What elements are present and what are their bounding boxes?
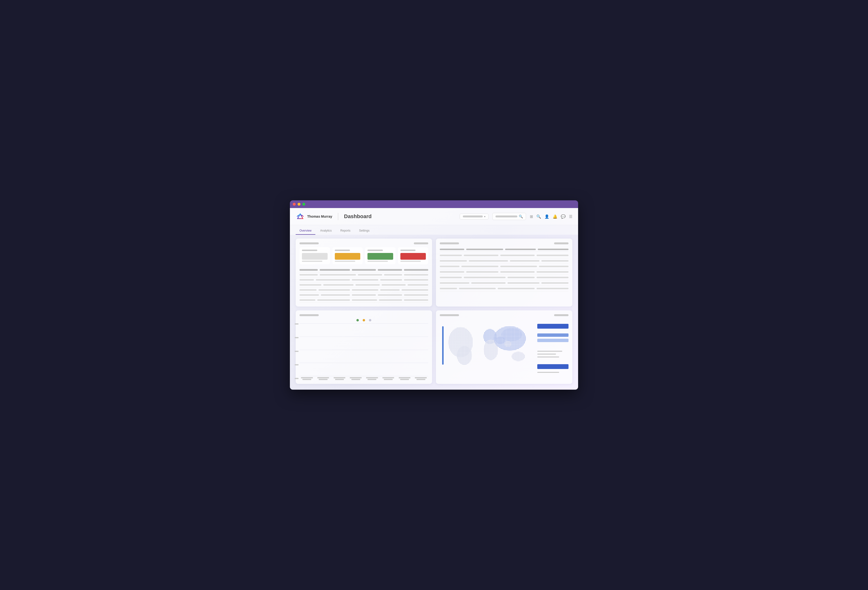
stat-sub-2 (335, 261, 355, 262)
x-label (317, 377, 329, 379)
header-dropdown[interactable]: ▾ (460, 214, 489, 220)
brand-name: Thomas Murray (307, 214, 332, 219)
chart-area (300, 319, 428, 385)
minimize-button[interactable] (298, 203, 300, 206)
nav-tabs: Overview Analytics Reports Settings (290, 225, 578, 235)
text-list (440, 247, 568, 291)
x-label (303, 379, 311, 380)
table-header (300, 268, 428, 272)
x-label-group (348, 377, 363, 380)
x-label (400, 379, 409, 380)
bars-container (300, 323, 428, 376)
stat-sub-3 (368, 261, 388, 262)
chart-container (300, 323, 428, 385)
x-label (368, 379, 376, 380)
titlebar (290, 200, 578, 208)
x-label (382, 377, 394, 379)
svg-point-8 (512, 352, 525, 361)
legend-bar-2 (537, 333, 568, 337)
stat-label-3 (368, 250, 383, 251)
maximize-button[interactable] (303, 203, 305, 206)
stat-card-4 (398, 247, 428, 264)
panel-stats-header (300, 243, 428, 244)
y-label (295, 351, 298, 352)
table-row (300, 282, 428, 288)
x-label (335, 379, 344, 380)
list-header (440, 247, 568, 252)
x-label (415, 377, 427, 379)
tab-analytics[interactable]: Analytics (316, 227, 335, 235)
stat-bar-3 (368, 253, 393, 260)
chart-bars-area (300, 323, 428, 376)
close-button[interactable] (293, 203, 296, 206)
panel-list-title (440, 243, 459, 244)
legend-bar-3 (537, 339, 568, 342)
search-icon[interactable]: 🔍 (536, 214, 541, 219)
legend-item-1 (537, 324, 568, 329)
list-item[interactable] (440, 275, 568, 280)
x-label-group (397, 377, 412, 380)
list-item[interactable] (440, 286, 568, 291)
list-item[interactable] (440, 269, 568, 275)
panel-map-title (440, 314, 459, 316)
world-map-svg (440, 319, 534, 373)
tab-overview[interactable]: Overview (296, 227, 315, 235)
x-label (350, 377, 362, 379)
panel-list-header (440, 243, 568, 244)
main-grid (290, 235, 578, 390)
x-label-group (381, 377, 396, 380)
map-panel (440, 319, 568, 373)
x-label-group (365, 377, 379, 380)
legend-dot-green (356, 319, 359, 321)
legend-dot-gray (369, 319, 371, 321)
list-item[interactable] (440, 253, 568, 258)
stat-cards (300, 247, 428, 264)
x-label (384, 379, 393, 380)
header: Thomas Murray Dashboard ▾ 🔍 ⊞ 🔍 👤 🔔 💬 ☰ (290, 208, 578, 225)
user-icon[interactable]: 👤 (545, 214, 549, 219)
x-label (319, 379, 328, 380)
page-title: Dashboard (344, 213, 372, 220)
panel-chart (296, 311, 432, 384)
panel-map-header (440, 314, 568, 316)
stat-card-3 (365, 247, 396, 264)
search-icon: 🔍 (519, 214, 523, 218)
menu-icon[interactable]: ☰ (569, 214, 572, 219)
x-label-group (413, 377, 428, 380)
chat-icon[interactable]: 💬 (561, 214, 565, 219)
legend-label-4 (537, 372, 559, 373)
table-row (300, 272, 428, 278)
legend-item-b (363, 319, 365, 321)
header-search[interactable]: 🔍 (492, 213, 526, 220)
list-item[interactable] (440, 280, 568, 286)
legend-item-a (356, 319, 359, 321)
bell-icon[interactable]: 🔔 (553, 214, 558, 219)
panel-chart-title (300, 314, 319, 316)
list-item[interactable] (440, 258, 568, 264)
x-label (399, 377, 410, 379)
legend-item-4 (537, 364, 568, 369)
panel-stats-title (300, 243, 319, 244)
stat-card-1 (300, 247, 330, 264)
x-label-group (300, 377, 314, 380)
panel-map (436, 311, 572, 384)
table-row (300, 278, 428, 282)
stat-card-2 (332, 247, 363, 264)
grid-icon[interactable]: ⊞ (530, 214, 533, 219)
list-item[interactable] (440, 264, 568, 269)
x-label (334, 377, 345, 379)
map-legend (537, 319, 568, 373)
tab-reports[interactable]: Reports (337, 227, 354, 235)
col-header-5 (404, 269, 428, 271)
stat-bar-1 (302, 253, 328, 260)
svg-point-9 (496, 337, 505, 344)
legend-item-c (369, 319, 371, 321)
tab-settings[interactable]: Settings (355, 227, 373, 235)
svg-point-10 (504, 342, 512, 347)
header-icon-group: ⊞ 🔍 👤 🔔 💬 ☰ (530, 214, 572, 219)
panel-map-action (554, 314, 568, 316)
app-content: Thomas Murray Dashboard ▾ 🔍 ⊞ 🔍 👤 🔔 💬 ☰ (290, 208, 578, 390)
stat-label-4 (400, 250, 416, 251)
panel-list-action (554, 243, 568, 244)
chart-legend (300, 319, 428, 321)
